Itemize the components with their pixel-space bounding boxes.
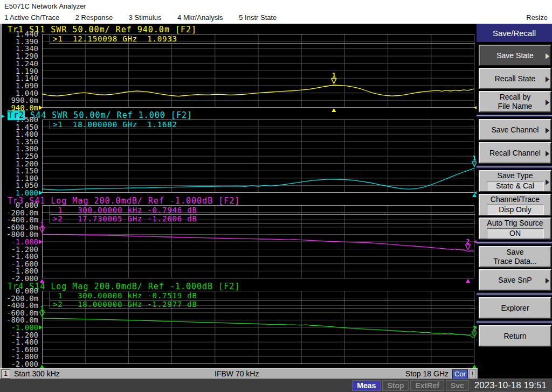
trace-format-label: S14 Log Mag 200.0mdB/ Ref -1.000dB [F2] xyxy=(24,282,240,291)
softkey-save-type[interactable]: Save TypeState & Cal▶ xyxy=(479,170,551,192)
e5071c-window: E5071C Network Analyzer 1 Active Ch/Trac… xyxy=(0,0,552,392)
submenu-arrow-icon: ▶ xyxy=(546,149,549,157)
tr1-ytick: 1.440 xyxy=(0,30,38,38)
ifbw-label: IFBW 70 kHz xyxy=(215,369,259,378)
trace-format-label: S41 Log Mag 200.0mdB/ Ref -1.000dB [F2] xyxy=(24,196,240,206)
meas-indicator: Meas xyxy=(352,380,381,391)
svc-indicator: Svc xyxy=(446,380,469,391)
resize-control[interactable]: Resize xyxy=(526,13,548,22)
menu-mkr-analysis[interactable]: 4 Mkr/Analysis xyxy=(177,13,223,22)
softkey-value: Disp Only xyxy=(487,205,544,215)
window-title: E5071C Network Analyzer xyxy=(4,2,86,10)
submenu-arrow-icon: ▶ xyxy=(546,126,549,134)
correction-badge: Cor xyxy=(452,369,468,379)
stop-indicator: Stop xyxy=(382,380,409,391)
softkey-save-snp[interactable]: Save SnP▶ xyxy=(479,269,551,291)
softkey-value: State & Cal xyxy=(487,181,544,191)
tr4-marker-readout-line: 1 300.00000 kHz -0.7519 dB xyxy=(50,292,475,300)
submenu-arrow-icon: ▶ xyxy=(546,276,549,284)
channel-number-badge: 1 xyxy=(1,369,10,379)
tr1-plot: 11 xyxy=(39,34,482,113)
softkey-button-list: Save State▶Recall State▶Recall byFile Na… xyxy=(477,45,552,347)
svg-text:2: 2 xyxy=(466,238,470,246)
softkey-label: Save Channel xyxy=(492,125,539,135)
svg-text:1: 1 xyxy=(472,155,476,162)
softkey-separator xyxy=(477,241,552,244)
softkey-label: Trace Data... xyxy=(493,257,536,266)
softkey-save-state[interactable]: Save State▶ xyxy=(479,45,551,66)
tr3-ytick: -1.000 xyxy=(0,238,38,246)
softkey-channel-trace[interactable]: Channel/TraceDisp Only xyxy=(479,194,551,216)
submenu-arrow-icon: ▶ xyxy=(546,52,549,60)
extref-indicator: ExtRef xyxy=(410,380,444,391)
softkey-auto-trig-source[interactable]: Auto Trig SourceON xyxy=(479,218,551,240)
softkey-label: Recall by xyxy=(500,93,531,102)
softkey-save-channel[interactable]: Save Channel▶ xyxy=(479,119,551,141)
softkey-value: ON xyxy=(487,228,544,239)
tr4-marker-readout: 1 300.00000 kHz -0.7519 dB>2 18.000000 G… xyxy=(50,292,475,309)
submenu-arrow-icon: ▶ xyxy=(546,98,549,106)
softkey-separator xyxy=(477,114,552,117)
softkey-label: Auto Trig Source xyxy=(487,219,543,228)
svg-text:1: 1 xyxy=(40,305,44,312)
softkey-label: Save State xyxy=(496,51,534,60)
menu-instr-state[interactable]: 5 Instr State xyxy=(239,13,277,22)
softkey-label: Return xyxy=(503,332,526,341)
tr2-ytick: 1.000 xyxy=(0,189,38,197)
tr1-ytick: 1.090 xyxy=(0,82,38,89)
softkey-label: Recall State xyxy=(495,74,535,83)
softkey-recall-channel[interactable]: Recall Channel▶ xyxy=(479,142,551,164)
tr2-marker-readout-line: >1 18.000000 GHz 1.1682 xyxy=(50,121,475,129)
softkey-return[interactable]: Return xyxy=(479,325,551,347)
start-frequency-label: Start 300 kHz xyxy=(14,369,60,378)
tr1-marker-readout: >1 12.150098 GHz 1.0933 xyxy=(50,35,475,44)
stop-frequency-label: Stop 18 GHz xyxy=(405,369,448,378)
trace-format-label: S44 SWR 50.00m/ Ref 1.000 [F2] xyxy=(25,110,192,120)
trace-format-label: S11 SWR 50.00m/ Ref 940.0m [F2] xyxy=(24,25,197,34)
tr3-marker-readout-line: 1 300.00000 kHz -0.7946 dB xyxy=(50,206,475,215)
svg-text:1: 1 xyxy=(40,221,44,228)
tr1-marker-readout-line: >1 12.150098 GHz 1.0933 xyxy=(50,35,475,44)
tr2-marker-readout: >1 18.000000 GHz 1.1682 xyxy=(50,121,475,129)
softkey-label: Save Type xyxy=(498,171,533,180)
softkey-separator xyxy=(477,292,552,296)
softkey-label: Recall Channel xyxy=(489,149,541,158)
softkey-separator xyxy=(477,320,552,324)
softkey-label: Channel/Trace xyxy=(491,195,540,204)
menu-bar: 1 Active Ch/Trace 2 Response 3 Stimulus … xyxy=(4,13,548,23)
instrument-status-bar: Meas Stop ExtRef Svc 2023-10-18 19:51 xyxy=(0,379,552,392)
softkey-menu: Save/Recall Save State▶Recall State▶Reca… xyxy=(477,24,552,368)
submenu-arrow-icon: ▶ xyxy=(546,75,549,83)
tr3-ytick: 0.000 xyxy=(0,201,38,209)
tr2-plot: 12 xyxy=(39,120,482,198)
tr4-ytick: -1.000 xyxy=(0,324,38,331)
softkey-label: Save xyxy=(507,248,524,257)
tr4-marker-readout-line: >2 18.000000 GHz -1.2977 dB xyxy=(50,300,475,309)
softkey-explorer[interactable]: Explorer xyxy=(479,297,551,319)
analyzer-screen: Tr1 S11 SWR 50.00m/ Ref 940.0m [F2]1.440… xyxy=(0,24,552,392)
softkey-menu-title: Save/Recall xyxy=(477,24,552,43)
tr2-ytick: 1.500 xyxy=(0,116,38,123)
menu-stimulus[interactable]: 3 Stimulus xyxy=(129,13,162,22)
menu-response[interactable]: 2 Response xyxy=(75,13,113,22)
softkey-label: Save SnP xyxy=(498,276,532,285)
tr1-ytick: 1.240 xyxy=(0,60,38,67)
softkey-recall-state[interactable]: Recall State▶ xyxy=(479,68,551,89)
softkey-recall-by-file-name[interactable]: Recall byFile Name▶ xyxy=(479,91,551,113)
svg-text:2: 2 xyxy=(472,325,476,332)
tr4-ytick: -2.000 xyxy=(0,360,38,368)
menu-active-ch-trace[interactable]: 1 Active Ch/Trace xyxy=(4,13,59,22)
softkey-separator xyxy=(477,165,552,169)
tr3-marker-readout-line: >2 17.730005 GHz -1.2606 dB xyxy=(50,215,475,223)
tr1-ytick: 1.290 xyxy=(0,52,38,60)
datetime-display: 2023-10-18 19:51 xyxy=(471,380,550,391)
softkey-label: File Name xyxy=(498,102,533,111)
softkey-label: Explorer xyxy=(501,304,529,313)
softkey-save-trace-data[interactable]: SaveTrace Data... xyxy=(479,246,551,268)
tr3-ytick: -2.000 xyxy=(0,275,38,282)
tr4-ytick: 0.000 xyxy=(0,287,38,295)
tr3-marker-readout: 1 300.00000 kHz -0.7946 dB>2 17.730005 G… xyxy=(50,206,475,223)
tr2-ytick: 1.250 xyxy=(0,152,38,160)
status-bar: 1 Start 300 kHz IFBW 70 kHz Stop 18 GHz … xyxy=(0,368,478,379)
submenu-arrow-icon: ▶ xyxy=(546,177,549,185)
